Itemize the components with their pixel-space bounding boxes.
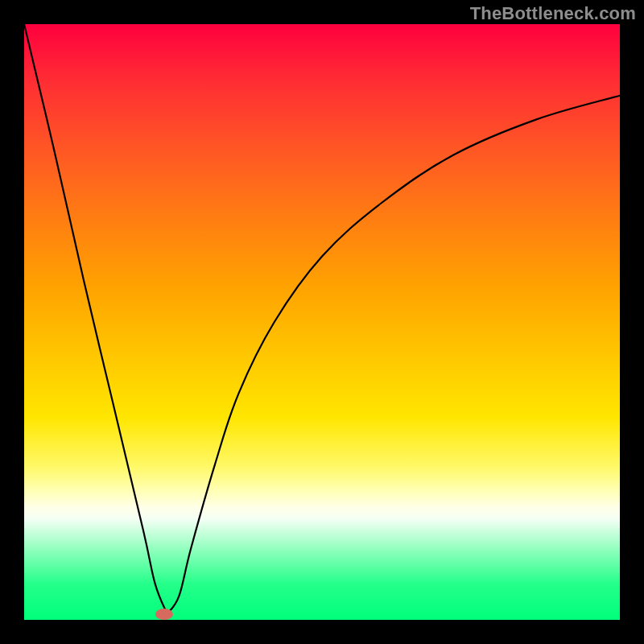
bottleneck-marker (155, 609, 173, 620)
watermark-text: TheBottleneck.com (470, 3, 636, 24)
curve-left-branch (24, 24, 167, 614)
chart-frame: TheBottleneck.com (0, 0, 644, 644)
plot-area (24, 24, 620, 620)
curve-svg (24, 24, 620, 620)
curve-right-branch (167, 96, 620, 614)
